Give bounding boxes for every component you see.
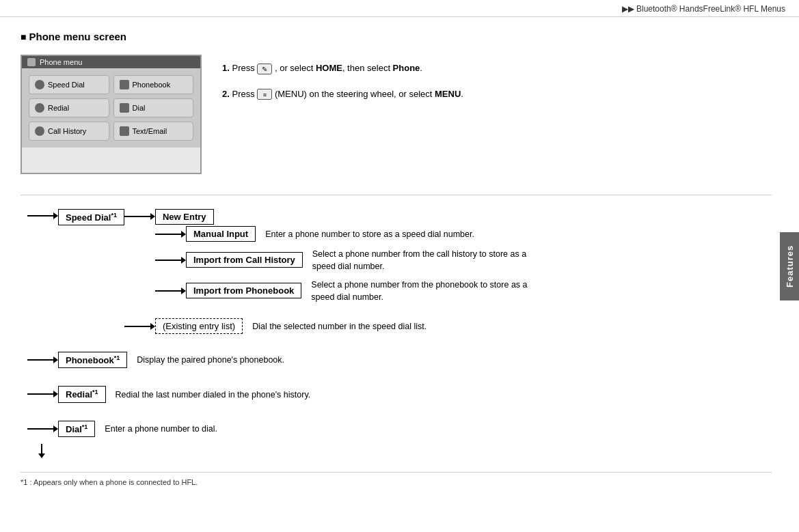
speed-dial-node-row: Speed Dial*1 N xyxy=(58,209,545,334)
manual-input-desc: Enter a phone number to store as a speed… xyxy=(265,229,474,241)
home-button-icon: ✎ xyxy=(257,64,272,74)
dial-icon xyxy=(120,103,129,113)
titlebar-icon xyxy=(27,58,36,66)
phone-menu-title: Phone menu xyxy=(40,58,82,66)
new-entry-box: New Entry xyxy=(155,209,214,225)
speed-dial-arrow xyxy=(27,212,58,219)
phone-menu-body: Speed Dial Phonebook Redial Dial xyxy=(22,68,200,148)
import-phonebook-desc: Select a phone number from the phonebook… xyxy=(311,279,543,303)
down-arrow xyxy=(41,444,772,458)
new-entry-children: Manual Input Enter a phone number to sto… xyxy=(155,226,545,309)
header: ▶▶ Bluetooth® HandsFreeLink® HFL Menus xyxy=(0,0,799,17)
import-call-history-box: Import from Call History xyxy=(186,252,303,268)
phone-menu-grid: Speed Dial Phonebook Redial Dial xyxy=(29,75,193,141)
redial-box: Redial*1 xyxy=(58,386,106,402)
import-call-history-arrow xyxy=(155,257,186,264)
new-entry-content: New Entry Manual I xyxy=(155,209,545,309)
redial-sup: *1 xyxy=(92,389,98,395)
speed-dial-flow: Speed Dial*1 N xyxy=(27,209,772,334)
new-entry-row: New Entry Manual I xyxy=(124,209,545,309)
step-1: 1. Press ✎ , or select HOME, then select… xyxy=(222,61,772,75)
manual-input-arrow xyxy=(155,231,186,238)
dial-flow: Dial*1 Enter a phone number to dial. xyxy=(27,421,772,437)
call-history-icon xyxy=(35,126,44,136)
existing-entry-box: (Existing entry list) xyxy=(155,318,243,334)
features-tab: Features xyxy=(780,232,799,300)
instructions: 1. Press ✎ , or select HOME, then select… xyxy=(222,55,772,174)
import-call-history-desc: Select a phone number from the call hist… xyxy=(312,249,545,272)
import-phonebook-row: Import from Phonebook Select a phone num… xyxy=(155,278,545,303)
manual-input-box: Manual Input xyxy=(186,226,256,242)
new-entry-arrow xyxy=(124,213,155,220)
step-2: 2. Press ≡ (MENU) on the steering wheel,… xyxy=(222,87,772,101)
section-title: Phone menu screen xyxy=(21,31,772,42)
manual-input-row: Manual Input Enter a phone number to sto… xyxy=(155,226,545,242)
breadcrumb: ▶▶ Bluetooth® HandsFreeLink® HFL Menus xyxy=(622,4,785,14)
phonebook-arrow xyxy=(27,356,58,363)
arrow-head xyxy=(53,212,58,219)
menu-item-dial: Dial xyxy=(113,98,194,117)
import-phonebook-arrow xyxy=(155,288,186,294)
text-email-icon xyxy=(120,126,129,136)
phone-menu-image: Phone menu Speed Dial Phonebook Redial xyxy=(21,55,202,174)
flow-diagram: Speed Dial*1 N xyxy=(21,209,772,458)
dial-desc: Enter a phone number to dial. xyxy=(105,423,217,436)
top-section: Phone menu Speed Dial Phonebook Redial xyxy=(21,55,772,174)
menu-item-speed-dial: Speed Dial xyxy=(29,75,109,94)
main-content: Phone menu screen Phone menu Speed Dial … xyxy=(0,17,799,500)
phonebook-sup: *1 xyxy=(114,354,120,361)
redial-icon xyxy=(35,103,44,113)
divider xyxy=(21,195,772,195)
phonebook-desc: Display the paired phone's phonebook. xyxy=(137,354,284,367)
phonebook-box: Phonebook*1 xyxy=(58,352,127,368)
redial-flow: Redial*1 Redial the last number dialed i… xyxy=(27,386,772,402)
menu-button-icon: ≡ xyxy=(257,89,272,100)
dial-arrow xyxy=(27,425,58,432)
existing-entry-desc: Dial the selected number in the speed di… xyxy=(252,321,426,333)
steps-list: 1. Press ✎ , or select HOME, then select… xyxy=(222,61,772,100)
menu-item-redial: Redial xyxy=(29,98,109,117)
footnote: *1 : Appears only when a phone is connec… xyxy=(21,472,772,486)
speed-dial-box: Speed Dial*1 xyxy=(58,209,124,225)
import-call-history-row: Import from Call History Select a phone … xyxy=(155,247,545,272)
speed-dial-content: Speed Dial*1 N xyxy=(58,209,545,334)
phonebook-icon xyxy=(120,80,129,89)
dial-box: Dial*1 xyxy=(58,421,95,437)
speed-dial-sup: *1 xyxy=(111,212,117,219)
redial-arrow xyxy=(27,391,58,397)
phone-menu-titlebar: Phone menu xyxy=(22,56,200,68)
speed-dial-subtree: New Entry Manual I xyxy=(124,209,545,334)
existing-entry-row: (Existing entry list) Dial the selected … xyxy=(124,318,426,334)
h-line xyxy=(27,215,53,216)
menu-item-text-email: Text/Email xyxy=(113,122,194,141)
menu-item-phonebook: Phonebook xyxy=(113,75,194,94)
menu-item-call-history: Call History xyxy=(29,122,109,141)
speed-dial-icon xyxy=(35,80,44,89)
import-phonebook-box: Import from Phonebook xyxy=(186,283,301,298)
existing-entry-arrow xyxy=(124,323,155,330)
redial-desc: Redial the last number dialed in the pho… xyxy=(116,389,311,402)
phonebook-flow: Phonebook*1 Display the paired phone's p… xyxy=(27,352,772,368)
dial-sup: *1 xyxy=(82,423,88,430)
